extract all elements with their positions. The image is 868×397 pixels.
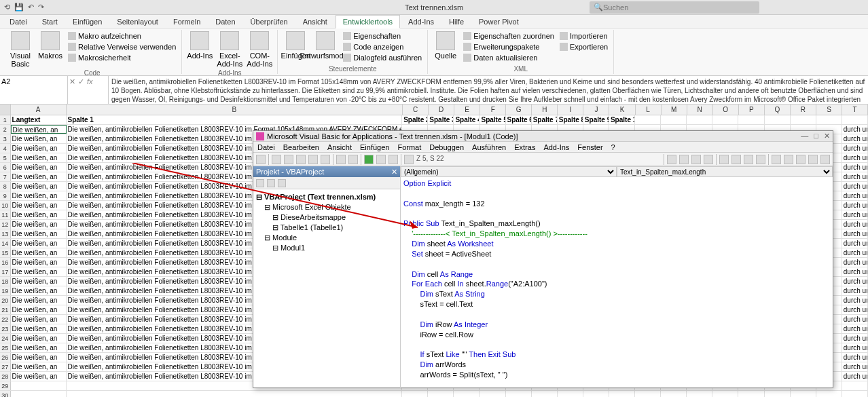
cell[interactable]: durch unabhängi: [842, 334, 868, 343]
row-header[interactable]: 29: [0, 381, 11, 390]
vba-tb-icon[interactable]: [756, 155, 765, 164]
cell[interactable]: [480, 391, 505, 397]
col-header[interactable]: A: [11, 105, 67, 115]
cell[interactable]: [506, 391, 532, 397]
vba-minimize-icon[interactable]: —: [801, 132, 808, 140]
col-header[interactable]: H: [532, 105, 558, 115]
vba-titlebar[interactable]: Microsoft Visual Basic for Applications …: [253, 131, 833, 142]
cell[interactable]: Die weißen, an: [11, 372, 67, 381]
cell[interactable]: [712, 115, 738, 124]
properties-button[interactable]: Eigenschaften: [342, 31, 423, 41]
cell[interactable]: Die weißen, an: [11, 163, 67, 172]
col-header[interactable]: G: [506, 105, 532, 115]
cell[interactable]: [454, 391, 480, 397]
col-header[interactable]: S: [816, 105, 842, 115]
cell[interactable]: durch unabhängi: [842, 239, 868, 248]
cell[interactable]: Die weißen, an: [11, 353, 67, 362]
vba-tree-node[interactable]: ⊟ Modul1: [256, 243, 397, 253]
row-header[interactable]: 22: [0, 315, 11, 324]
cell[interactable]: [791, 391, 816, 397]
cell[interactable]: durch unabhängi: [842, 210, 868, 219]
accept-icon[interactable]: ✓: [78, 77, 84, 86]
map-properties-button[interactable]: Eigenschaften zuordnen: [462, 31, 556, 41]
vba-project-tree[interactable]: ⊟ VBAProject (Text trennen.xlsm)⊟ Micros…: [253, 189, 400, 389]
vba-menu-item[interactable]: Einfügen: [360, 143, 389, 151]
cell[interactable]: durch unabhängi: [842, 296, 868, 305]
cell[interactable]: [67, 391, 403, 397]
cell[interactable]: Die weißen, an: [11, 343, 67, 352]
cell[interactable]: [765, 391, 791, 397]
export-button[interactable]: Exportieren: [558, 42, 609, 52]
vba-view-code-icon[interactable]: [256, 179, 264, 187]
cell[interactable]: [532, 391, 558, 397]
cell[interactable]: [583, 391, 609, 397]
vba-tb-icon[interactable]: [719, 155, 729, 164]
row-header[interactable]: 21: [0, 305, 11, 314]
vba-tb-icon[interactable]: [744, 155, 753, 164]
vba-menu-item[interactable]: Add-Ins: [543, 143, 569, 151]
cell[interactable]: durch unabhängi: [842, 201, 868, 210]
vba-run-icon[interactable]: [364, 155, 374, 164]
row-header[interactable]: 9: [0, 191, 11, 200]
vba-view-excel-icon[interactable]: [256, 155, 266, 164]
redo-icon[interactable]: ↷: [38, 3, 44, 12]
vba-reset-icon[interactable]: [388, 155, 398, 164]
cell[interactable]: Die weißen, an: [11, 125, 67, 134]
col-header[interactable]: R: [791, 105, 816, 115]
vba-menu-item[interactable]: ?: [611, 143, 615, 151]
vba-break-icon[interactable]: [376, 155, 386, 164]
row-header[interactable]: 5: [0, 153, 11, 162]
visual-basic-button[interactable]: Visual Basic: [7, 31, 34, 68]
vba-redo-icon[interactable]: [348, 155, 358, 164]
cell[interactable]: [842, 115, 868, 124]
search-input[interactable]: [603, 3, 755, 12]
row-header[interactable]: 11: [0, 210, 11, 219]
vba-tb-icon[interactable]: [667, 155, 676, 164]
source-button[interactable]: Quelle: [432, 31, 459, 60]
undo-icon[interactable]: ↶: [28, 3, 34, 12]
vba-tb-icon[interactable]: [808, 155, 818, 164]
formula-text[interactable]: Die weißen, antimikrobiellen Folienetike…: [109, 76, 868, 104]
cell[interactable]: [738, 115, 764, 124]
cell[interactable]: durch unabhängi: [842, 286, 868, 295]
cell[interactable]: Die weißen, an: [11, 258, 67, 267]
row-header[interactable]: 27: [0, 362, 11, 371]
row-header[interactable]: 2: [0, 125, 11, 134]
cell[interactable]: durch unabhängi: [842, 258, 868, 267]
tab-entwicklertools[interactable]: Entwicklertools: [336, 15, 400, 29]
row-header[interactable]: 30: [0, 391, 11, 397]
cell[interactable]: [687, 391, 712, 397]
cell[interactable]: Die weißen, an: [11, 296, 67, 305]
cell[interactable]: Spalte 5: [480, 115, 505, 124]
macro-security-button[interactable]: Makrosicherheit: [67, 53, 177, 62]
cancel-icon[interactable]: ✕: [69, 77, 75, 86]
cell[interactable]: Spalte 4: [454, 115, 480, 124]
cell[interactable]: durch unabhängi: [842, 153, 868, 162]
cell[interactable]: durch unabhängi: [842, 220, 868, 229]
cell[interactable]: [558, 391, 583, 397]
vba-tb-icon[interactable]: [772, 155, 781, 164]
cell[interactable]: [661, 115, 687, 124]
col-header[interactable]: N: [687, 105, 713, 115]
cell[interactable]: Spalte 6: [506, 115, 532, 124]
cell[interactable]: durch unabhängi: [842, 125, 868, 134]
run-dialog-button[interactable]: Dialogfeld ausführen: [342, 53, 423, 62]
vba-save-icon[interactable]: [272, 155, 281, 164]
vba-copy-icon[interactable]: [296, 155, 306, 164]
cell[interactable]: Die weißen, an: [11, 172, 67, 181]
autosave-icon[interactable]: ⟲: [4, 3, 10, 12]
macros-button[interactable]: Makros: [37, 31, 64, 60]
vba-menu-item[interactable]: Ansicht: [327, 143, 352, 151]
tab-ansicht[interactable]: Ansicht: [296, 16, 334, 28]
cell[interactable]: [11, 391, 67, 397]
cell[interactable]: [816, 115, 842, 124]
cell[interactable]: Die weißen, an: [11, 144, 67, 153]
col-header[interactable]: C: [403, 105, 429, 115]
cell[interactable]: [402, 391, 428, 397]
cell[interactable]: [428, 391, 454, 397]
vba-find-icon[interactable]: [321, 155, 330, 164]
cell[interactable]: Die weißen, an: [11, 239, 67, 248]
vba-tree-node[interactable]: ⊟ VBAProject (Text trennen.xlsm): [256, 192, 397, 202]
cell[interactable]: Spalte 9: [583, 115, 609, 124]
cell[interactable]: durch unabhängi: [842, 229, 868, 238]
